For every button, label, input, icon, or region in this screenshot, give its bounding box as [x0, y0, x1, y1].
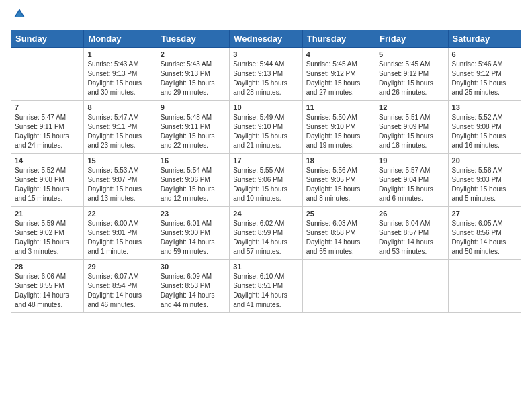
calendar-cell: 4Sunrise: 5:45 AM Sunset: 9:12 PM Daylig…	[302, 48, 375, 101]
day-info: Sunrise: 5:47 AM Sunset: 9:11 PM Dayligh…	[15, 113, 80, 150]
day-info: Sunrise: 5:45 AM Sunset: 9:12 PM Dayligh…	[379, 60, 444, 97]
week-row-1: 1Sunrise: 5:43 AM Sunset: 9:13 PM Daylig…	[11, 48, 521, 101]
calendar-cell: 29Sunrise: 6:07 AM Sunset: 8:54 PM Dayli…	[84, 260, 157, 313]
logo-icon	[12, 7, 27, 21]
day-number: 6	[452, 50, 517, 58]
calendar-cell: 9Sunrise: 5:48 AM Sunset: 9:11 PM Daylig…	[157, 101, 229, 154]
calendar-cell: 27Sunrise: 6:05 AM Sunset: 8:56 PM Dayli…	[448, 207, 521, 260]
day-info: Sunrise: 5:49 AM Sunset: 9:10 PM Dayligh…	[233, 113, 298, 150]
calendar-cell: 1Sunrise: 5:43 AM Sunset: 9:13 PM Daylig…	[84, 48, 157, 101]
week-row-5: 28Sunrise: 6:06 AM Sunset: 8:55 PM Dayli…	[11, 260, 521, 313]
calendar-cell: 8Sunrise: 5:47 AM Sunset: 9:11 PM Daylig…	[84, 101, 157, 154]
day-info: Sunrise: 6:01 AM Sunset: 9:00 PM Dayligh…	[161, 219, 226, 257]
day-number: 24	[233, 210, 298, 218]
day-info: Sunrise: 5:58 AM Sunset: 9:03 PM Dayligh…	[452, 166, 517, 203]
day-number: 29	[87, 263, 152, 271]
day-number: 22	[87, 210, 152, 218]
calendar-cell	[375, 260, 448, 313]
day-number: 25	[306, 210, 371, 218]
calendar-cell: 3Sunrise: 5:44 AM Sunset: 9:13 PM Daylig…	[230, 48, 302, 101]
calendar-cell: 7Sunrise: 5:47 AM Sunset: 9:11 PM Daylig…	[11, 101, 84, 154]
calendar-cell: 21Sunrise: 5:59 AM Sunset: 9:02 PM Dayli…	[11, 207, 84, 260]
week-row-2: 7Sunrise: 5:47 AM Sunset: 9:11 PM Daylig…	[11, 101, 521, 154]
calendar-cell: 20Sunrise: 5:58 AM Sunset: 9:03 PM Dayli…	[448, 154, 521, 207]
day-number: 20	[452, 156, 517, 165]
day-number: 7	[15, 103, 80, 111]
day-info: Sunrise: 5:48 AM Sunset: 9:11 PM Dayligh…	[161, 113, 226, 150]
calendar-cell: 10Sunrise: 5:49 AM Sunset: 9:10 PM Dayli…	[230, 101, 302, 154]
calendar-cell: 30Sunrise: 6:09 AM Sunset: 8:53 PM Dayli…	[157, 260, 229, 313]
calendar-cell: 6Sunrise: 5:46 AM Sunset: 9:12 PM Daylig…	[448, 48, 521, 101]
week-row-4: 21Sunrise: 5:59 AM Sunset: 9:02 PM Dayli…	[11, 207, 521, 260]
day-info: Sunrise: 6:10 AM Sunset: 8:51 PM Dayligh…	[233, 272, 298, 310]
header	[11, 7, 521, 24]
calendar-cell	[302, 260, 375, 313]
day-info: Sunrise: 5:47 AM Sunset: 9:11 PM Dayligh…	[87, 113, 152, 150]
calendar-cell: 28Sunrise: 6:06 AM Sunset: 8:55 PM Dayli…	[11, 260, 84, 313]
day-info: Sunrise: 5:59 AM Sunset: 9:02 PM Dayligh…	[15, 219, 80, 257]
logo	[11, 7, 27, 24]
calendar-cell: 23Sunrise: 6:01 AM Sunset: 9:00 PM Dayli…	[157, 207, 229, 260]
day-info: Sunrise: 5:43 AM Sunset: 9:13 PM Dayligh…	[87, 60, 152, 97]
day-info: Sunrise: 5:57 AM Sunset: 9:04 PM Dayligh…	[379, 166, 444, 203]
calendar-cell: 2Sunrise: 5:43 AM Sunset: 9:13 PM Daylig…	[157, 48, 229, 101]
day-number: 8	[87, 103, 152, 111]
day-number: 11	[306, 103, 371, 111]
weekday-header-saturday: Saturday	[448, 30, 521, 48]
day-info: Sunrise: 5:46 AM Sunset: 9:12 PM Dayligh…	[452, 60, 517, 97]
day-info: Sunrise: 6:07 AM Sunset: 8:54 PM Dayligh…	[87, 272, 152, 310]
day-info: Sunrise: 5:52 AM Sunset: 9:08 PM Dayligh…	[15, 166, 80, 203]
calendar-cell: 13Sunrise: 5:52 AM Sunset: 9:08 PM Dayli…	[448, 101, 521, 154]
day-number: 13	[452, 103, 517, 111]
weekday-header-wednesday: Wednesday	[230, 30, 302, 48]
calendar-cell	[448, 260, 521, 313]
day-info: Sunrise: 5:53 AM Sunset: 9:07 PM Dayligh…	[87, 166, 152, 203]
day-number: 2	[161, 50, 226, 58]
day-info: Sunrise: 5:56 AM Sunset: 9:05 PM Dayligh…	[306, 166, 371, 203]
day-number: 19	[379, 156, 444, 165]
calendar-cell: 12Sunrise: 5:51 AM Sunset: 9:09 PM Dayli…	[375, 101, 448, 154]
calendar-cell: 22Sunrise: 6:00 AM Sunset: 9:01 PM Dayli…	[84, 207, 157, 260]
day-info: Sunrise: 6:02 AM Sunset: 8:59 PM Dayligh…	[233, 219, 298, 257]
calendar-cell: 24Sunrise: 6:02 AM Sunset: 8:59 PM Dayli…	[230, 207, 302, 260]
weekday-header-friday: Friday	[375, 30, 448, 48]
calendar-cell: 16Sunrise: 5:54 AM Sunset: 9:06 PM Dayli…	[157, 154, 229, 207]
day-number: 4	[306, 50, 371, 58]
day-number: 31	[233, 263, 298, 271]
page: SundayMondayTuesdayWednesdayThursdayFrid…	[0, 0, 532, 411]
weekday-header-row: SundayMondayTuesdayWednesdayThursdayFrid…	[11, 30, 521, 48]
day-info: Sunrise: 5:45 AM Sunset: 9:12 PM Dayligh…	[306, 60, 371, 97]
day-info: Sunrise: 6:09 AM Sunset: 8:53 PM Dayligh…	[161, 272, 226, 310]
day-number: 1	[87, 50, 152, 58]
calendar-cell: 18Sunrise: 5:56 AM Sunset: 9:05 PM Dayli…	[302, 154, 375, 207]
day-info: Sunrise: 6:06 AM Sunset: 8:55 PM Dayligh…	[15, 272, 80, 310]
day-number: 16	[161, 156, 226, 165]
day-number: 12	[379, 103, 444, 111]
weekday-header-sunday: Sunday	[11, 30, 84, 48]
day-number: 15	[87, 156, 152, 165]
day-info: Sunrise: 6:00 AM Sunset: 9:01 PM Dayligh…	[87, 219, 152, 257]
calendar-cell: 5Sunrise: 5:45 AM Sunset: 9:12 PM Daylig…	[375, 48, 448, 101]
day-info: Sunrise: 5:55 AM Sunset: 9:06 PM Dayligh…	[233, 166, 298, 203]
weekday-header-tuesday: Tuesday	[157, 30, 229, 48]
week-row-3: 14Sunrise: 5:52 AM Sunset: 9:08 PM Dayli…	[11, 154, 521, 207]
day-info: Sunrise: 5:54 AM Sunset: 9:06 PM Dayligh…	[161, 166, 226, 203]
day-number: 23	[161, 210, 226, 218]
day-number: 28	[15, 263, 80, 271]
day-number: 14	[15, 156, 80, 165]
day-number: 27	[452, 210, 517, 218]
day-info: Sunrise: 5:43 AM Sunset: 9:13 PM Dayligh…	[161, 60, 226, 97]
day-number: 17	[233, 156, 298, 165]
day-number: 5	[379, 50, 444, 58]
day-info: Sunrise: 6:03 AM Sunset: 8:58 PM Dayligh…	[306, 219, 371, 257]
calendar-cell: 26Sunrise: 6:04 AM Sunset: 8:57 PM Dayli…	[375, 207, 448, 260]
calendar-cell: 19Sunrise: 5:57 AM Sunset: 9:04 PM Dayli…	[375, 154, 448, 207]
day-info: Sunrise: 5:51 AM Sunset: 9:09 PM Dayligh…	[379, 113, 444, 150]
day-info: Sunrise: 5:52 AM Sunset: 9:08 PM Dayligh…	[452, 113, 517, 150]
day-info: Sunrise: 6:05 AM Sunset: 8:56 PM Dayligh…	[452, 219, 517, 257]
calendar: SundayMondayTuesdayWednesdayThursdayFrid…	[11, 30, 521, 313]
day-info: Sunrise: 5:50 AM Sunset: 9:10 PM Dayligh…	[306, 113, 371, 150]
day-info: Sunrise: 6:04 AM Sunset: 8:57 PM Dayligh…	[379, 219, 444, 257]
day-number: 10	[233, 103, 298, 111]
day-number: 30	[161, 263, 226, 271]
